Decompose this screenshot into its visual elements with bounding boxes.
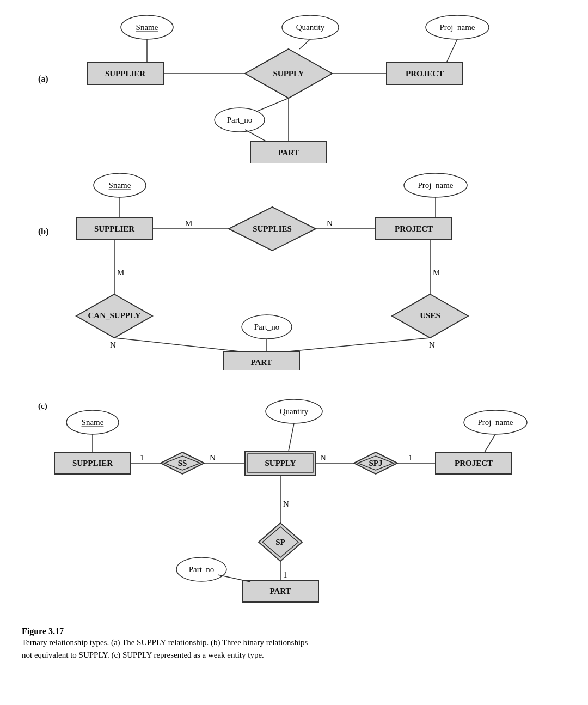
attr-projname-a-text: Proj_name bbox=[440, 23, 475, 32]
attr-projname-c-text: Proj_name bbox=[478, 418, 513, 427]
figure-label: Figure 3.17 bbox=[22, 627, 566, 636]
attr-projname-b-text: Proj_name bbox=[418, 181, 454, 190]
attr-sname-b-text: Sname bbox=[109, 181, 131, 190]
entity-part-b-text: PART bbox=[250, 358, 272, 367]
label-b: (b) bbox=[38, 227, 49, 236]
card-m-supplier-b: M bbox=[185, 219, 192, 228]
diagram-a: (a) Sname Quantity Proj_name SUPPLIER SU… bbox=[22, 11, 566, 163]
attr-sname-c-text: Sname bbox=[82, 418, 104, 427]
diagram-b: (b) Sname Proj_name SUPPLIER SUPPLIES PR… bbox=[22, 169, 566, 370]
rel-supply-a-text: SUPPLY bbox=[273, 69, 304, 78]
figure-caption: Figure 3.17 Ternary relationship types. … bbox=[0, 621, 588, 672]
entity-supplier-c-text: SUPPLIER bbox=[72, 459, 113, 467]
card-1-supplier-c: 1 bbox=[140, 453, 144, 462]
line-quantity-supply-a bbox=[299, 39, 310, 49]
attr-quantity-c-text: Quantity bbox=[280, 407, 309, 416]
card-1-part-c: 1 bbox=[283, 570, 287, 579]
entity-project-b-text: PROJECT bbox=[395, 224, 433, 233]
line-quantity-supply-c bbox=[289, 423, 294, 451]
card-1-project-c: 1 bbox=[408, 453, 413, 462]
entity-supplier-b-text: SUPPLIER bbox=[94, 224, 134, 233]
card-m-uses-top-b: M bbox=[433, 268, 440, 277]
diagram-c: (c) Sname Quantity Proj_name SUPPLIER SS… bbox=[22, 376, 566, 610]
entity-supply-c-text: SUPPLY bbox=[265, 459, 296, 467]
rel-uses-b-text: USES bbox=[420, 311, 440, 320]
card-n-cansupply-b: N bbox=[110, 341, 116, 349]
card-n-spj-left-c: N bbox=[320, 453, 326, 462]
entity-part-c-text: PART bbox=[270, 587, 291, 595]
card-n-project-b: N bbox=[327, 219, 333, 228]
line-uses-part-b bbox=[289, 338, 430, 351]
rel-spj-c-text: SPJ bbox=[369, 459, 383, 467]
card-n-sp-top-c: N bbox=[283, 500, 289, 508]
line-projname-project-a bbox=[446, 39, 457, 63]
attr-sname-a-text: Sname bbox=[136, 23, 158, 32]
entity-project-a-text: PROJECT bbox=[406, 69, 444, 78]
line-partno-part-a bbox=[245, 130, 267, 142]
line-projname-project-c bbox=[485, 434, 495, 452]
line-supply-partno-a bbox=[256, 98, 289, 112]
card-n-ss-c: N bbox=[210, 453, 216, 462]
line-cansupply-part-b bbox=[114, 338, 240, 351]
rel-supplies-b-text: SUPPLIES bbox=[253, 224, 292, 233]
entity-project-c-text: PROJECT bbox=[455, 459, 493, 467]
card-m-cansupply-top-b: M bbox=[117, 268, 124, 277]
label-c: (c) bbox=[38, 402, 47, 411]
attr-partno-c-text: Part_no bbox=[189, 565, 215, 574]
attr-quantity-a-text: Quantity bbox=[296, 23, 325, 32]
attr-partno-a-text: Part_no bbox=[227, 116, 253, 124]
attr-partno-b-text: Part_no bbox=[254, 323, 280, 331]
caption-line2: not equivalent to SUPPLY. (c) SUPPLY rep… bbox=[22, 649, 566, 661]
card-n-uses-b: N bbox=[429, 341, 435, 349]
label-a: (a) bbox=[38, 74, 48, 84]
rel-sp-c-text: SP bbox=[275, 538, 285, 546]
caption-line1: Ternary relationship types. (a) The SUPP… bbox=[22, 636, 566, 649]
rel-ss-c-text: SS bbox=[178, 459, 187, 467]
entity-supplier-a-text: SUPPLIER bbox=[105, 69, 145, 78]
entity-part-a-text: PART bbox=[278, 148, 299, 157]
rel-cansupply-b-text: CAN_SUPPLY bbox=[88, 311, 141, 320]
line-partno-part-c bbox=[218, 575, 250, 582]
